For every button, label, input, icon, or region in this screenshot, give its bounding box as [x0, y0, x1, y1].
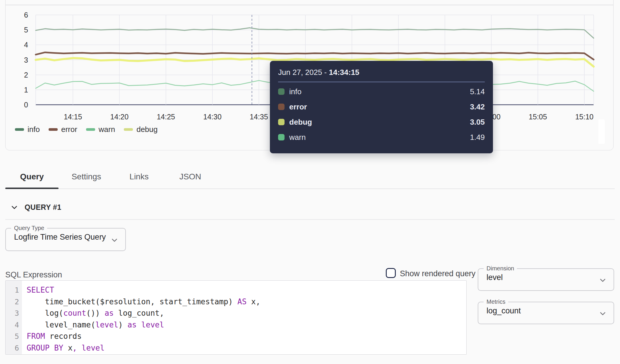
sql-editor: 123456 SELECT time_bucket($resolution, s… — [5, 280, 467, 355]
tooltip-swatch-debug — [278, 119, 285, 125]
y-axis-tick-label: 5 — [24, 26, 28, 34]
legend-label: error — [61, 125, 77, 134]
metrics-select[interactable]: Metrics log_count — [478, 298, 614, 324]
sql-keyword: AS — [237, 297, 246, 306]
sql-code-line: SELECT — [27, 284, 260, 296]
metrics-value: log_count — [478, 306, 614, 315]
scrollbar-thumb[interactable] — [598, 119, 605, 144]
tooltip-row-error: error3.42 — [278, 99, 485, 114]
tooltip-date: Jun 27, 2025 - — [278, 68, 329, 77]
sql-keyword: level — [95, 320, 118, 329]
tooltip-series-label: info — [289, 87, 302, 96]
legend-swatch-info — [15, 128, 24, 131]
line-number: 4 — [6, 319, 19, 331]
y-axis-tick-label: 2 — [24, 71, 28, 79]
legend-item-debug[interactable]: debug — [124, 125, 157, 134]
show-rendered-query-label[interactable]: Show rendered query — [400, 269, 475, 278]
tooltip-swatch-info — [278, 88, 285, 95]
tab-bar-border — [5, 188, 615, 189]
legend-swatch-warn — [86, 128, 95, 131]
tab-links[interactable]: Links — [114, 164, 164, 189]
legend-swatch-error — [49, 128, 58, 131]
legend-label: debug — [136, 125, 157, 134]
chart-tooltip: Jun 27, 2025 - 14:34:15 info5.14error3.4… — [270, 61, 493, 153]
y-axis-tick-label: 0 — [24, 101, 28, 109]
sql-text: ) — [118, 320, 127, 329]
dimension-select[interactable]: Dimension level — [478, 265, 614, 291]
legend-label: info — [28, 125, 40, 134]
line-number: 2 — [6, 296, 19, 308]
sql-keyword: level — [141, 320, 164, 329]
metrics-label: Metrics — [484, 298, 508, 305]
tab-settings[interactable]: Settings — [59, 164, 114, 189]
line-number: 6 — [6, 342, 19, 354]
tab-query[interactable]: Query — [5, 164, 59, 189]
sql-text: level_name( — [27, 320, 95, 329]
sql-text — [137, 320, 141, 329]
sql-keyword: as — [127, 320, 136, 329]
tab-bar: Query Settings Links JSON — [5, 164, 217, 189]
chevron-down-icon — [110, 236, 119, 245]
legend-label: warn — [99, 125, 115, 134]
query-type-select[interactable]: Query Type Logfire Time Series Query — [5, 225, 126, 251]
sql-keyword: FROM — [27, 332, 45, 341]
tooltip-series-value: 1.49 — [470, 133, 485, 142]
line-number: 3 — [6, 308, 19, 319]
y-axis-tick-label: 4 — [24, 41, 28, 49]
sql-text: x — [63, 344, 72, 352]
show-rendered-query-checkbox[interactable] — [386, 268, 396, 278]
sql-text: time_bucket($resolution, start_timestamp… — [27, 297, 237, 306]
x-axis-tick-label: 14:30 — [203, 113, 222, 121]
dimension-label: Dimension — [484, 265, 517, 272]
sql-text: log_count, — [114, 309, 164, 317]
sql-text: records — [45, 332, 82, 341]
line-number: 5 — [6, 331, 19, 342]
tooltip-series-value: 5.14 — [470, 87, 485, 96]
logfire-dashboard-page: 012345614:1514:2014:2514:3014:3514:4014:… — [0, 0, 620, 364]
x-axis-tick-label: 14:15 — [64, 113, 82, 121]
tooltip-series-value: 3.05 — [470, 118, 485, 127]
sql-code-line: time_bucket($resolution, start_timestamp… — [27, 296, 260, 308]
x-axis-tick-label: 14:20 — [110, 113, 129, 121]
sql-keyword: level — [77, 344, 105, 352]
sql-code-line: FROM records — [27, 331, 260, 342]
tab-json[interactable]: JSON — [164, 164, 217, 189]
query-type-label: Query Type — [11, 225, 47, 231]
tooltip-series-label: debug — [289, 118, 312, 127]
tooltip-swatch-error — [278, 104, 285, 110]
legend-item-warn[interactable]: warn — [86, 125, 115, 134]
chevron-down-icon — [598, 309, 607, 318]
legend-swatch-debug — [124, 128, 133, 131]
sql-code-area[interactable]: SELECT time_bucket($resolution, start_ti… — [22, 281, 260, 354]
sql-code-line: GROUP BY x, level — [27, 342, 260, 354]
legend-item-error[interactable]: error — [49, 125, 77, 134]
sql-keyword: , — [73, 344, 77, 352]
chevron-down-icon[interactable] — [11, 204, 18, 211]
tooltip-rows: info5.14error3.42debug3.05warn1.49 — [278, 84, 485, 145]
sql-text: x, — [246, 297, 260, 306]
y-axis-tick-label: 6 — [24, 11, 28, 19]
tooltip-timestamp: Jun 27, 2025 - 14:34:15 — [278, 68, 485, 77]
tooltip-time: 14:34:15 — [329, 68, 359, 77]
sql-keyword: count — [63, 309, 86, 317]
sql-text: ()) — [86, 309, 105, 317]
x-axis-tick-label: 14:25 — [157, 113, 175, 121]
tooltip-divider — [278, 82, 485, 82]
y-axis-tick-label: 1 — [24, 86, 28, 94]
line-number: 1 — [6, 284, 19, 296]
legend-item-info[interactable]: info — [15, 125, 40, 134]
dimension-value: level — [478, 273, 614, 282]
x-axis-tick-label: 15:05 — [529, 113, 547, 121]
section-divider — [5, 219, 615, 220]
tooltip-series-label: warn — [289, 133, 306, 142]
sql-expression-label: SQL Expression — [5, 270, 62, 279]
sql-code-line: log(count()) as log_count, — [27, 308, 260, 319]
chevron-down-icon — [598, 276, 607, 285]
tooltip-row-debug: debug3.05 — [278, 114, 485, 130]
active-tab-underline — [5, 188, 59, 189]
chart-legend: infoerrorwarndebug — [15, 125, 158, 134]
tooltip-series-label: error — [289, 102, 307, 111]
query-section-header[interactable]: QUERY #1 — [11, 203, 61, 212]
tooltip-series-value: 3.42 — [470, 102, 485, 111]
x-axis-tick-label: 15:10 — [575, 113, 594, 121]
